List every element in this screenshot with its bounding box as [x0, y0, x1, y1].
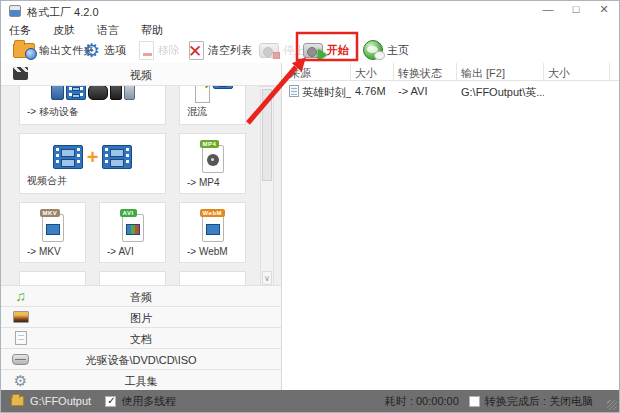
statusbar: G:\FFOutput 使用多线程 耗时 : 00:00:00 转换完成后 : …	[1, 390, 619, 412]
sidebar-section-audio[interactable]: ♫ 音频	[1, 285, 281, 306]
category-list: ♫ 音频 图片 文档 光驱设备\DVD\CD\ISO ⚙ 工具集	[1, 285, 281, 390]
multithread-checkbox[interactable]	[105, 396, 116, 407]
multithread-label: 使用多线程	[121, 394, 176, 409]
close-button[interactable]: ✕	[597, 3, 611, 16]
app-icon	[9, 5, 21, 17]
menu-task[interactable]: 任务	[9, 21, 42, 38]
titlebar: 格式工厂 4.2.0 — □ ✕	[1, 1, 619, 21]
window-title: 格式工厂 4.2.0	[27, 5, 99, 20]
elapsed-time: 耗时 : 00:00:00	[385, 394, 459, 409]
tile-to-mp4-label: -> MP4	[187, 177, 220, 188]
video-file-icon	[289, 85, 299, 97]
home-globe-icon	[363, 40, 383, 60]
start-label: 开始	[327, 43, 349, 58]
output-folder-icon	[13, 43, 35, 58]
tile-mux-label: 混流	[187, 105, 207, 119]
cell-output: G:\FFOutput\英...	[461, 81, 544, 101]
clear-list-label: 清空列表	[208, 43, 252, 58]
scrollbar-thumb[interactable]	[262, 89, 272, 181]
options-button[interactable]: ⚙ 选项	[83, 38, 126, 62]
clear-list-icon: ✕	[189, 41, 204, 60]
start-icon	[303, 43, 323, 58]
window-controls: — □ ✕	[541, 3, 611, 16]
home-button[interactable]: 主页	[363, 38, 409, 62]
tile-to-avi-label: -> AVI	[107, 246, 134, 257]
mobile-devices-icon	[20, 86, 165, 107]
remove-button[interactable]: 移除	[139, 38, 180, 62]
mp4-file-icon: MP4	[180, 138, 245, 176]
output-path[interactable]: G:\FFOutput	[30, 395, 91, 407]
menu-language[interactable]: 语言	[86, 21, 130, 38]
minimize-button[interactable]: —	[541, 3, 555, 16]
clear-list-button[interactable]: ✕ 清空列表	[189, 38, 252, 62]
menu-help[interactable]: 帮助	[130, 21, 174, 38]
col-output-size[interactable]: 大小	[544, 63, 610, 81]
tile-video-join[interactable]: + 视频合并	[19, 133, 166, 194]
menu-skin[interactable]: 皮肤	[42, 21, 86, 38]
stop-icon	[259, 43, 279, 58]
sidebar: 视频 -> 移动设备	[1, 63, 282, 390]
tile-to-mkv[interactable]: MKV -> MKV	[19, 202, 86, 263]
menubar: 任务 皮肤 语言 帮助	[1, 21, 619, 38]
tile-to-avi[interactable]: AVI -> AVI	[99, 202, 166, 263]
video-section-label: 视频	[1, 68, 281, 83]
tile-to-webm-label: -> WebM	[187, 246, 228, 257]
tile-to-mp4[interactable]: MP4 -> MP4	[179, 133, 246, 194]
tile-mux[interactable]: ➜ 混流	[179, 86, 246, 125]
grid-scrollbar[interactable]: ∨	[260, 86, 274, 287]
sidebar-section-document[interactable]: 文档	[1, 327, 281, 348]
sidebar-section-disc[interactable]: 光驱设备\DVD\CD\ISO	[1, 348, 281, 369]
gear-icon: ⚙	[83, 41, 100, 60]
maximize-button[interactable]: □	[569, 3, 583, 16]
toolbar: 输出文件夹 ⚙ 选项 移除 ✕ 清空列表 停止 开始 主页	[1, 38, 619, 63]
output-path-folder-icon[interactable]	[11, 396, 24, 406]
options-label: 选项	[104, 43, 126, 58]
table-header: 来源 大小 转换状态 输出 [F2] 大小	[283, 63, 619, 81]
home-label: 主页	[387, 43, 409, 58]
tile-to-webm[interactable]: WebM -> WebM	[179, 202, 246, 263]
col-size[interactable]: 大小	[351, 63, 394, 81]
task-list-panel: 来源 大小 转换状态 输出 [F2] 大小 英雄时刻_20... 4.76M -…	[283, 63, 619, 390]
sidebar-section-toolset[interactable]: ⚙ 工具集	[1, 369, 281, 390]
cell-status: -> AVI	[398, 81, 457, 101]
col-output[interactable]: 输出 [F2]	[457, 63, 544, 81]
webm-file-icon: WebM	[180, 207, 245, 245]
col-status[interactable]: 转换状态	[394, 63, 457, 81]
stop-label: 停止	[283, 43, 305, 58]
avi-file-icon: AVI	[100, 207, 165, 245]
tile-to-mkv-label: -> MKV	[27, 246, 61, 257]
shutdown-label: 转换完成后 : 关闭电脑	[485, 394, 593, 409]
cell-size: 4.76M	[355, 81, 394, 101]
mkv-file-icon: MKV	[20, 207, 85, 245]
start-button[interactable]: 开始	[303, 38, 349, 62]
tile-mobile-devices[interactable]: -> 移动设备	[19, 86, 166, 125]
sidebar-section-picture[interactable]: 图片	[1, 306, 281, 327]
tile-mobile-devices-label: -> 移动设备	[27, 105, 79, 119]
resize-grip[interactable]	[607, 400, 617, 410]
remove-label: 移除	[158, 43, 180, 58]
app-window: 格式工厂 4.2.0 — □ ✕ 任务 皮肤 语言 帮助 输出文件夹 ⚙ 选项 …	[0, 0, 620, 413]
tile-video-join-label: 视频合并	[27, 174, 67, 188]
remove-icon	[139, 41, 154, 60]
mux-icon: ➜	[180, 86, 245, 107]
table-row[interactable]: 英雄时刻_20... 4.76M -> AVI G:\FFOutput\英...	[283, 81, 619, 101]
video-format-grid: -> 移动设备 ➜ 混流 +	[1, 86, 281, 287]
main-area: 视频 -> 移动设备	[1, 63, 619, 390]
stop-button[interactable]: 停止	[259, 38, 305, 62]
col-source[interactable]: 来源	[283, 63, 351, 81]
shutdown-checkbox[interactable]	[469, 396, 480, 407]
cell-output-size	[548, 81, 608, 101]
sidebar-section-video[interactable]: 视频	[1, 63, 281, 86]
cell-source: 英雄时刻_20...	[302, 81, 351, 101]
scrollbar-down-icon[interactable]: ∨	[262, 271, 272, 285]
output-folder-button[interactable]: 输出文件夹	[13, 38, 94, 62]
video-join-icon: +	[20, 138, 165, 176]
